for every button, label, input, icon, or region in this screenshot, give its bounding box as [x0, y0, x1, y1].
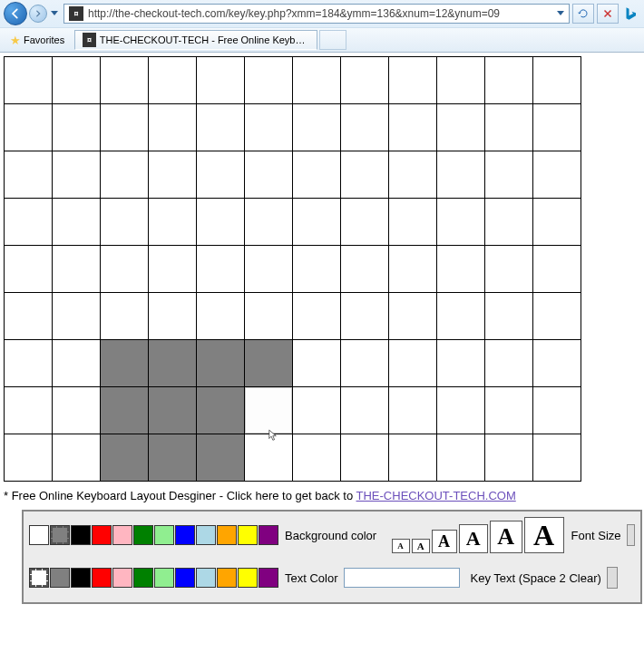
- grid-cell[interactable]: [485, 434, 533, 482]
- bg-color-swatch[interactable]: [71, 525, 91, 545]
- font-size-l[interactable]: A: [459, 524, 488, 553]
- grid-cell[interactable]: [437, 104, 485, 151]
- grid-cell[interactable]: [197, 340, 245, 387]
- text-color-swatch[interactable]: [196, 568, 216, 588]
- grid-cell[interactable]: [101, 151, 149, 199]
- back-button[interactable]: [4, 2, 27, 25]
- grid-cell[interactable]: [533, 104, 581, 151]
- text-color-swatch[interactable]: [259, 568, 278, 588]
- grid-cell[interactable]: [149, 293, 197, 340]
- grid-cell[interactable]: [101, 57, 149, 104]
- font-size-s[interactable]: A: [412, 539, 430, 553]
- grid-cell[interactable]: [437, 57, 485, 104]
- key-text-apply-button[interactable]: [607, 567, 618, 589]
- nav-history-dropdown[interactable]: [49, 4, 60, 24]
- grid-cell[interactable]: [437, 246, 485, 293]
- stop-button[interactable]: [597, 4, 619, 24]
- grid-cell[interactable]: [533, 293, 581, 340]
- grid-cell[interactable]: [149, 104, 197, 151]
- grid-cell[interactable]: [485, 104, 533, 151]
- text-color-swatch[interactable]: [133, 568, 153, 588]
- bg-color-swatch[interactable]: [217, 525, 237, 545]
- grid-cell[interactable]: [293, 151, 341, 199]
- grid-cell[interactable]: [245, 434, 293, 482]
- grid-cell[interactable]: [437, 151, 485, 199]
- grid-cell[interactable]: [389, 434, 437, 482]
- url-input[interactable]: [86, 5, 554, 23]
- grid-cell[interactable]: [437, 340, 485, 387]
- grid-cell[interactable]: [101, 387, 149, 434]
- grid-cell[interactable]: [485, 246, 533, 293]
- grid-cell[interactable]: [5, 434, 53, 482]
- grid-cell[interactable]: [245, 104, 293, 151]
- grid-cell[interactable]: [5, 246, 53, 293]
- grid-cell[interactable]: [197, 199, 245, 246]
- grid-cell[interactable]: [533, 434, 581, 482]
- grid-cell[interactable]: [5, 387, 53, 434]
- grid-cell[interactable]: [53, 387, 101, 434]
- grid-cell[interactable]: [5, 293, 53, 340]
- bg-color-swatch[interactable]: [196, 525, 216, 545]
- grid-cell[interactable]: [389, 293, 437, 340]
- grid-cell[interactable]: [101, 199, 149, 246]
- font-size-xl[interactable]: A: [490, 521, 522, 553]
- grid-cell[interactable]: [5, 57, 53, 104]
- grid-cell[interactable]: [533, 387, 581, 434]
- font-apply-button[interactable]: [627, 524, 635, 546]
- grid-cell[interactable]: [53, 246, 101, 293]
- grid-cell[interactable]: [293, 104, 341, 151]
- grid-cell[interactable]: [533, 246, 581, 293]
- grid-cell[interactable]: [245, 293, 293, 340]
- font-size-m[interactable]: A: [432, 530, 457, 553]
- grid-cell[interactable]: [533, 57, 581, 104]
- grid-cell[interactable]: [53, 199, 101, 246]
- font-size-xxl[interactable]: A: [524, 517, 564, 553]
- grid-cell[interactable]: [293, 434, 341, 482]
- grid-cell[interactable]: [293, 199, 341, 246]
- grid-cell[interactable]: [197, 246, 245, 293]
- grid-cell[interactable]: [389, 199, 437, 246]
- bg-color-swatch[interactable]: [112, 525, 132, 545]
- grid-cell[interactable]: [53, 340, 101, 387]
- grid-cell[interactable]: [245, 387, 293, 434]
- grid-cell[interactable]: [437, 434, 485, 482]
- address-dropdown[interactable]: [554, 5, 567, 22]
- grid-cell[interactable]: [485, 151, 533, 199]
- search-engine-box[interactable]: [622, 4, 640, 24]
- grid-cell[interactable]: [437, 293, 485, 340]
- grid-cell[interactable]: [101, 246, 149, 293]
- grid-cell[interactable]: [485, 199, 533, 246]
- grid-cell[interactable]: [341, 151, 389, 199]
- bg-color-swatch[interactable]: [259, 525, 278, 545]
- grid-cell[interactable]: [293, 246, 341, 293]
- text-color-swatch[interactable]: [112, 568, 132, 588]
- grid-cell[interactable]: [341, 387, 389, 434]
- grid-cell[interactable]: [197, 57, 245, 104]
- grid-cell[interactable]: [197, 151, 245, 199]
- favorites-button[interactable]: ★ Favorites: [4, 31, 71, 50]
- grid-cell[interactable]: [101, 340, 149, 387]
- bg-color-swatch[interactable]: [50, 525, 70, 545]
- grid-cell[interactable]: [485, 57, 533, 104]
- key-text-input[interactable]: [344, 568, 460, 588]
- grid-cell[interactable]: [197, 387, 245, 434]
- text-color-swatch[interactable]: [175, 568, 195, 588]
- grid-cell[interactable]: [341, 434, 389, 482]
- grid-cell[interactable]: [53, 293, 101, 340]
- bg-color-swatch[interactable]: [154, 525, 174, 545]
- grid-cell[interactable]: [53, 434, 101, 482]
- text-color-swatch[interactable]: [154, 568, 174, 588]
- bg-color-swatch[interactable]: [238, 525, 258, 545]
- text-color-swatch[interactable]: [92, 568, 112, 588]
- grid-cell[interactable]: [533, 199, 581, 246]
- grid-cell[interactable]: [485, 340, 533, 387]
- font-size-xs[interactable]: A: [392, 539, 410, 553]
- grid-cell[interactable]: [389, 151, 437, 199]
- grid-cell[interactable]: [197, 104, 245, 151]
- grid-cell[interactable]: [293, 57, 341, 104]
- address-bar[interactable]: ¤: [63, 4, 570, 24]
- bg-color-swatch[interactable]: [29, 525, 49, 545]
- grid-cell[interactable]: [245, 246, 293, 293]
- grid-cell[interactable]: [245, 340, 293, 387]
- keyboard-grid[interactable]: [4, 56, 581, 482]
